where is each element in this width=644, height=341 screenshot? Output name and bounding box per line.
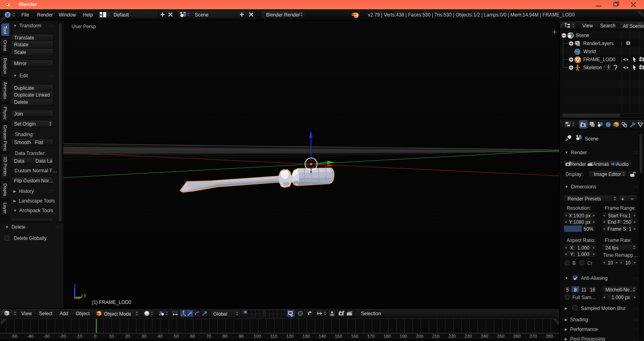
svg-text:(1) FRAME_LOD0: (1) FRAME_LOD0: [92, 300, 131, 305]
svg-text:x: x: [81, 292, 84, 298]
svg-text:User Persp: User Persp: [72, 24, 96, 29]
svg-text:i: i: [7, 12, 8, 17]
svg-text:y: y: [84, 292, 87, 298]
svg-text:z: z: [74, 282, 76, 288]
